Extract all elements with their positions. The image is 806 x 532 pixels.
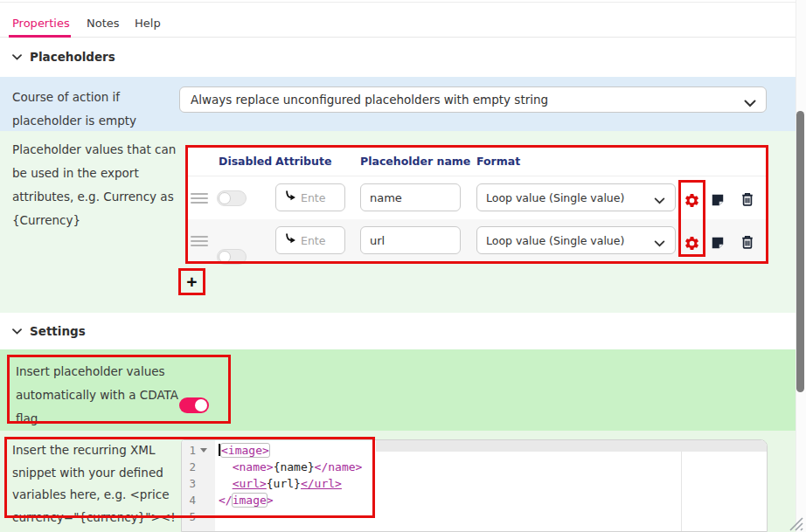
note-icon [711, 197, 725, 210]
trash-icon [740, 239, 755, 252]
empty-action-label: Course of action if placeholder is empty [12, 86, 136, 133]
format-select-row2[interactable]: Loop value (Single value) [476, 226, 676, 254]
tab-bar: Properties Notes Help [0, 12, 796, 38]
attribute-field[interactable] [301, 234, 339, 247]
trash-button-row1[interactable] [740, 191, 755, 207]
format-select-row1[interactable]: Loop value (Single value) [476, 183, 676, 211]
drag-handle-icon[interactable] [191, 193, 208, 204]
subdirectory-arrow-icon [284, 190, 301, 206]
xml-snippet-label: Insert the recurring XML snippet with yo… [12, 439, 176, 532]
placeholder-name-input-row2[interactable] [360, 226, 461, 254]
section-title: Placeholders [30, 50, 115, 64]
attribute-input-row1[interactable] [275, 183, 345, 211]
gear-button-row1[interactable] [684, 192, 700, 209]
text-caret [219, 444, 220, 456]
gear-icon [684, 241, 700, 254]
col-header-disabled: Disabled [219, 155, 272, 168]
chevron-down-icon [12, 328, 22, 335]
editor-line-numbers: 1 2 3 4 5 [182, 442, 196, 525]
code-line-4: </image> [219, 492, 767, 508]
gear-button-row2[interactable] [684, 235, 700, 252]
settings-section-header[interactable]: Settings [12, 323, 86, 339]
placeholder-name-input-row1[interactable] [360, 183, 461, 211]
chevron-down-icon [12, 54, 22, 60]
placeholders-section-header[interactable]: Placeholders [12, 49, 115, 65]
col-header-attribute: Attribute [275, 155, 331, 168]
subdirectory-arrow-icon [284, 232, 301, 249]
add-placeholder-button[interactable]: + [178, 268, 205, 295]
fold-arrow-icon[interactable] [200, 448, 207, 453]
export-properties-panel: Properties Notes Help Placeholders Cours… [0, 0, 806, 532]
col-header-placeholder-name: Placeholder name [360, 155, 470, 168]
note-icon [711, 239, 725, 252]
disabled-toggle-row2[interactable] [217, 249, 247, 265]
resize-grip-icon[interactable] [787, 516, 804, 532]
trash-button-row2[interactable] [740, 234, 755, 250]
scrollbar-thumb[interactable] [796, 111, 804, 392]
code-line-2: <name>{name}</name> [219, 459, 767, 475]
col-header-format: Format [476, 155, 520, 168]
editor-code: <image> <name>{name}</name> <url>{url}</… [219, 442, 767, 525]
note-button-row1[interactable] [711, 193, 725, 207]
table-divider [188, 176, 768, 176]
xml-code-editor[interactable]: 1 2 3 4 5 <image> <name>{name}</name> <u… [181, 439, 768, 532]
trash-icon [740, 197, 755, 210]
top-divider [0, 2, 796, 3]
cdata-label: Insert placeholder values automatically … [16, 360, 178, 431]
disabled-toggle-row1[interactable] [217, 190, 247, 206]
gear-icon [684, 198, 700, 211]
attribute-field[interactable] [301, 191, 339, 204]
chevron-down-icon [654, 194, 665, 207]
cdata-toggle[interactable] [179, 397, 209, 413]
note-button-row2[interactable] [711, 236, 725, 250]
section-title: Settings [30, 324, 86, 338]
attribute-input-row2[interactable] [275, 226, 345, 254]
chevron-down-icon [744, 96, 756, 110]
code-line-1: <image> [219, 442, 767, 459]
tab-notes[interactable]: Notes [87, 17, 120, 30]
placeholder-values-label: Placeholder values that can be used in t… [12, 138, 176, 232]
tab-help[interactable]: Help [135, 17, 161, 30]
code-line-3: <url>{url}</url> [219, 475, 767, 492]
code-line-5 [219, 508, 767, 525]
empty-action-select[interactable]: Always replace unconfigured placeholders… [179, 86, 767, 113]
active-tab-underline [9, 35, 71, 38]
chevron-down-icon [654, 237, 665, 250]
tab-properties[interactable]: Properties [12, 17, 70, 30]
drag-handle-icon[interactable] [191, 236, 208, 246]
